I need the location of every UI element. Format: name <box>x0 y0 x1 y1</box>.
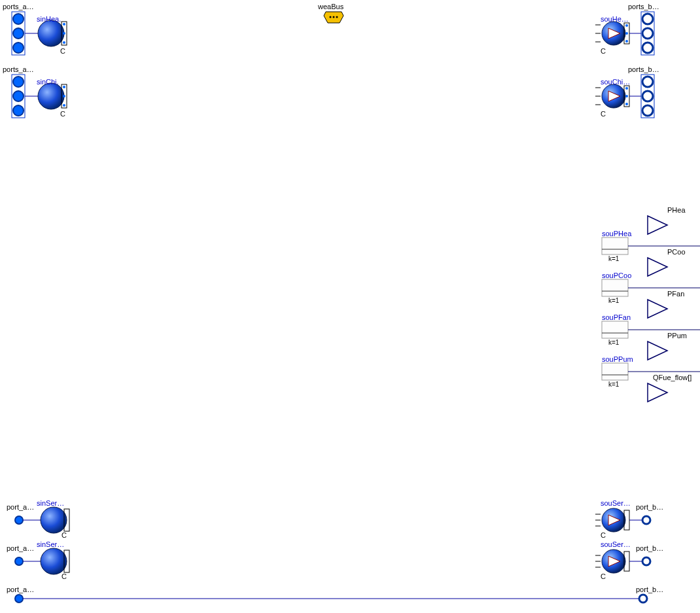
sinser1-c: C <box>61 531 67 539</box>
sinhea-c: C <box>60 47 65 55</box>
pcoo-label: PCoo <box>667 248 686 256</box>
souppum-name: souPPum <box>602 355 633 363</box>
soupcoo-k: k=1 <box>608 297 619 304</box>
svg-point-13 <box>63 41 65 44</box>
svg-point-16 <box>13 91 24 101</box>
qfue-label: QFue_flow[] <box>653 374 691 381</box>
svg-point-19 <box>38 83 64 109</box>
souphea-k: k=1 <box>608 255 619 262</box>
pcoo-output-icon[interactable] <box>648 258 671 276</box>
svg-marker-64 <box>648 342 667 360</box>
svg-point-69 <box>15 516 23 524</box>
svg-point-46 <box>625 103 628 105</box>
phea-label: PHea <box>667 206 686 214</box>
svg-point-73 <box>15 557 23 565</box>
souchi-name: souChi… <box>601 78 630 86</box>
sinser2-c: C <box>61 572 67 580</box>
soupfan-k: k=1 <box>608 339 619 346</box>
ports-a-label-1: ports_a… <box>3 3 34 10</box>
svg-point-22 <box>63 95 65 97</box>
svg-point-5 <box>13 14 24 24</box>
souhea-c: C <box>601 47 606 55</box>
pfan-label: PFan <box>667 290 684 298</box>
svg-marker-60 <box>648 300 667 318</box>
souhea-name: souHe… <box>601 15 629 23</box>
svg-point-6 <box>13 28 24 39</box>
sinchi-c: C <box>60 110 65 118</box>
souphea-name: souPHea <box>602 230 631 237</box>
ports-b-label-1: ports_b… <box>628 3 659 10</box>
souppum-k: k=1 <box>608 381 619 388</box>
svg-point-92 <box>642 557 650 565</box>
sinchi-name: sinChi. <box>37 78 59 86</box>
svg-point-37 <box>642 43 653 53</box>
ports-a-label-2: ports_a… <box>3 65 34 73</box>
svg-point-71 <box>41 507 67 533</box>
svg-point-36 <box>642 28 653 39</box>
svg-point-12 <box>63 32 65 35</box>
souser2-c: C <box>601 572 606 580</box>
svg-point-95 <box>639 595 647 603</box>
svg-marker-52 <box>648 216 667 234</box>
souser1-c: C <box>601 531 606 539</box>
svg-point-44 <box>625 87 628 90</box>
svg-rect-65 <box>602 363 628 380</box>
svg-rect-53 <box>602 237 628 254</box>
svg-point-32 <box>625 40 628 43</box>
qfue-output-icon[interactable] <box>648 383 671 402</box>
svg-point-7 <box>13 43 24 53</box>
svg-point-23 <box>63 104 65 107</box>
soupfan-name: souPFan <box>602 313 631 321</box>
svg-point-21 <box>63 86 65 88</box>
soupcoo-block[interactable] <box>602 279 700 299</box>
sinser2-name: sinSer… <box>37 540 64 548</box>
through-connection[interactable] <box>14 592 649 605</box>
svg-point-75 <box>41 548 67 574</box>
weabus-label: weaBus <box>318 3 343 10</box>
ppum-output-icon[interactable] <box>648 342 671 360</box>
pfan-output-icon[interactable] <box>648 300 671 318</box>
svg-point-17 <box>13 105 24 116</box>
svg-point-45 <box>625 95 628 97</box>
ppum-label: PPum <box>667 332 687 340</box>
svg-marker-56 <box>648 258 667 276</box>
svg-point-1 <box>330 16 332 18</box>
svg-point-49 <box>642 77 653 87</box>
souchi-c: C <box>601 110 606 118</box>
svg-point-3 <box>336 16 338 18</box>
svg-rect-57 <box>602 279 628 296</box>
svg-point-93 <box>15 595 23 603</box>
ports-b-label-2: ports_b… <box>628 65 659 73</box>
svg-point-15 <box>13 77 24 87</box>
svg-point-31 <box>625 32 628 35</box>
svg-point-51 <box>642 105 653 116</box>
svg-point-84 <box>642 516 650 524</box>
svg-point-50 <box>642 91 653 101</box>
svg-point-11 <box>63 23 65 26</box>
svg-point-30 <box>625 24 628 27</box>
svg-marker-68 <box>648 383 667 402</box>
svg-point-9 <box>38 20 64 46</box>
svg-point-2 <box>333 16 335 18</box>
phea-output-icon[interactable] <box>648 216 671 234</box>
svg-point-35 <box>642 14 653 24</box>
weabus-icon[interactable] <box>324 12 343 24</box>
svg-rect-61 <box>602 321 628 338</box>
sinser1-name: sinSer… <box>37 499 64 507</box>
sinhea-name: sinHea. <box>37 15 61 23</box>
soupcoo-name: souPCoo <box>602 271 631 279</box>
